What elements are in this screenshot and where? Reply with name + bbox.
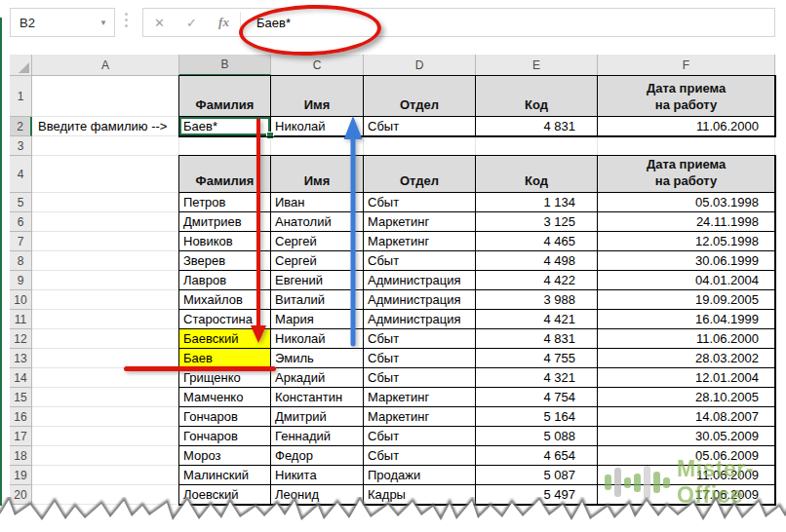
- row-header-3[interactable]: 3: [10, 136, 32, 156]
- cell-A12[interactable]: [32, 329, 179, 349]
- cell-D20[interactable]: Кадры: [364, 485, 476, 505]
- cell-E11[interactable]: 4 421: [476, 310, 598, 329]
- cell-C15[interactable]: Константин: [271, 388, 364, 407]
- formula-bar[interactable]: ✕ ✓ fx Баев*: [142, 8, 775, 37]
- cell-D2[interactable]: Сбыт: [364, 117, 476, 136]
- cell-B15[interactable]: Мамченко: [179, 388, 271, 407]
- cell-F7[interactable]: 12.05.1998: [598, 232, 775, 251]
- cell-F18[interactable]: 05.06.2009: [598, 446, 775, 466]
- cell-A2-prompt[interactable]: Введите фамилию -->: [32, 117, 179, 136]
- row-header-15[interactable]: 15: [10, 388, 32, 407]
- cell-C8[interactable]: Сергей: [271, 251, 364, 271]
- column-header-D[interactable]: D: [364, 55, 476, 76]
- cell-A4[interactable]: [32, 156, 179, 193]
- cell-E2[interactable]: 4 831: [476, 117, 598, 136]
- row-header-18[interactable]: 18: [10, 446, 32, 466]
- cell-F12[interactable]: 11.06.2000: [598, 329, 775, 349]
- cell-E19[interactable]: 5 087: [476, 466, 598, 485]
- cell-A7[interactable]: [32, 232, 179, 251]
- dropdown-icon[interactable]: ▼: [99, 19, 107, 27]
- cell-E10[interactable]: 3 988: [476, 290, 598, 310]
- cell-D7[interactable]: Маркетинг: [364, 232, 476, 251]
- cell-A13[interactable]: [32, 349, 179, 368]
- cell-E9[interactable]: 4 422: [476, 271, 598, 290]
- cell-D15[interactable]: Маркетинг: [364, 388, 476, 407]
- insert-function-icon[interactable]: fx: [208, 15, 240, 30]
- cell-D17[interactable]: Сбыт: [364, 427, 476, 446]
- cell-A11[interactable]: [32, 310, 179, 329]
- row-header-16[interactable]: 16: [10, 407, 32, 427]
- cell-E5[interactable]: 1 134: [476, 193, 598, 212]
- cell-E8[interactable]: 4 498: [476, 251, 598, 271]
- row-header-10[interactable]: 10: [10, 290, 32, 310]
- column-header-E[interactable]: E: [476, 55, 598, 76]
- cell-C9[interactable]: Евгений: [271, 271, 364, 290]
- cell-A19[interactable]: [32, 466, 179, 485]
- cell-C14[interactable]: Аркадий: [271, 368, 364, 388]
- cell-B12[interactable]: Баевский: [179, 329, 271, 349]
- cell-D8[interactable]: Сбыт: [364, 251, 476, 271]
- cell-B3[interactable]: [179, 136, 271, 156]
- cell-D10[interactable]: Администрация: [364, 290, 476, 310]
- row-header-1[interactable]: 1: [10, 76, 32, 117]
- cell-F13[interactable]: 28.03.2002: [598, 349, 775, 368]
- cell-E15[interactable]: 4 754: [476, 388, 598, 407]
- cell-A14[interactable]: [32, 368, 179, 388]
- cell-C6[interactable]: Анатолий: [271, 212, 364, 232]
- cell-B20[interactable]: Лоевский: [179, 485, 271, 505]
- cell-D11[interactable]: Администрация: [364, 310, 476, 329]
- cell-F8[interactable]: 30.06.1999: [598, 251, 775, 271]
- cell-B8[interactable]: Зверев: [179, 251, 271, 271]
- row-header-12[interactable]: 12: [10, 329, 32, 349]
- cell-B5[interactable]: Петров: [179, 193, 271, 212]
- cell-A1[interactable]: [32, 76, 179, 117]
- column-header-B[interactable]: B: [179, 55, 271, 76]
- cell-B9[interactable]: Лавров: [179, 271, 271, 290]
- cell-C11[interactable]: Мария: [271, 310, 364, 329]
- cell-E14[interactable]: 4 321: [476, 368, 598, 388]
- cell-C3[interactable]: [271, 136, 364, 156]
- row-header-13[interactable]: 13: [10, 349, 32, 368]
- cell-C12[interactable]: Николай: [271, 329, 364, 349]
- cell-B16[interactable]: Гончаров: [179, 407, 271, 427]
- cell-E13[interactable]: 4 755: [476, 349, 598, 368]
- select-all-button[interactable]: [10, 55, 32, 76]
- cell-A9[interactable]: [32, 271, 179, 290]
- cell-A5[interactable]: [32, 193, 179, 212]
- row-header-8[interactable]: 8: [10, 251, 32, 271]
- cell-B17[interactable]: Гончаров: [179, 427, 271, 446]
- cell-A3[interactable]: [32, 136, 179, 156]
- cell-C19[interactable]: Никита: [271, 466, 364, 485]
- cell-A18[interactable]: [32, 446, 179, 466]
- row-header-9[interactable]: 9: [10, 271, 32, 290]
- cancel-icon[interactable]: ✕: [143, 16, 176, 30]
- cell-A15[interactable]: [32, 388, 179, 407]
- cell-C17[interactable]: Геннадий: [271, 427, 364, 446]
- cell-F17[interactable]: 30.05.2009: [598, 427, 775, 446]
- row-header-14[interactable]: 14: [10, 368, 32, 388]
- cell-F5[interactable]: 05.03.1998: [598, 193, 775, 212]
- cell-F15[interactable]: 28.10.2005: [598, 388, 775, 407]
- cell-C5[interactable]: Иван: [271, 193, 364, 212]
- cell-E3[interactable]: [476, 136, 598, 156]
- cell-C10[interactable]: Виталий: [271, 290, 364, 310]
- cell-E17[interactable]: 5 088: [476, 427, 598, 446]
- selected-cell-B2[interactable]: Баев*: [179, 117, 271, 136]
- cell-F16[interactable]: 14.08.2007: [598, 407, 775, 427]
- cell-B14[interactable]: Грищенко: [179, 368, 271, 388]
- cell-B10[interactable]: Михайлов: [179, 290, 271, 310]
- cell-F9[interactable]: 04.01.2004: [598, 271, 775, 290]
- cell-D16[interactable]: Маркетинг: [364, 407, 476, 427]
- column-header-C[interactable]: C: [271, 55, 364, 76]
- cell-E16[interactable]: 5 164: [476, 407, 598, 427]
- cell-E20[interactable]: 5 497: [476, 485, 598, 505]
- name-box[interactable]: B2 ▼: [10, 8, 115, 37]
- cell-B7[interactable]: Новиков: [179, 232, 271, 251]
- cell-D13[interactable]: Сбыт: [364, 349, 476, 368]
- cell-B18[interactable]: Мороз: [179, 446, 271, 466]
- cell-D14[interactable]: Сбыт: [364, 368, 476, 388]
- cell-D19[interactable]: Продажи: [364, 466, 476, 485]
- cell-A10[interactable]: [32, 290, 179, 310]
- cell-C20[interactable]: Леонид: [271, 485, 364, 505]
- cell-F19[interactable]: 11.06.2009: [598, 466, 775, 485]
